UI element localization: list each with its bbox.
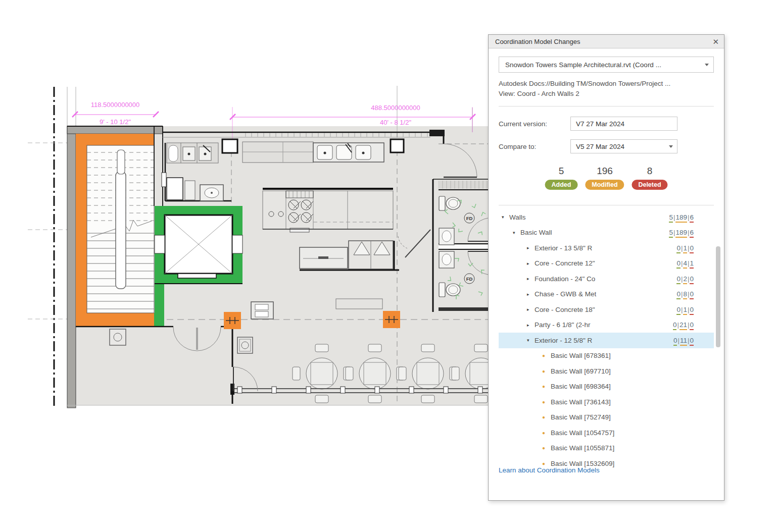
source-view: View: Coord - Arch Walls 2 [499, 89, 714, 99]
collapse-icon[interactable]: ▾ [513, 230, 520, 235]
deleted-stat: 8 Deleted [632, 166, 667, 190]
tree-item[interactable]: ▸Exterior - 13 5/8" R0|1|0 [499, 240, 714, 256]
element-label: Basic Wall [678361] [551, 352, 611, 359]
svg-text:9' - 10 1/2": 9' - 10 1/2" [100, 118, 131, 126]
element-list-item[interactable]: ●Basic Wall [1054757] [499, 425, 714, 441]
application-window: { "plan": { "dim1_top": "118.5000000000"… [0, 0, 776, 532]
svg-text:118.5000000000: 118.5000000000 [91, 101, 140, 109]
modified-dot-icon: ● [542, 445, 551, 451]
compare-to-dropdown[interactable]: V5 27 Mar 2024 [570, 139, 677, 153]
added-stat: 5 Added [545, 166, 578, 190]
coordination-model-changes-panel: Coordination Model Changes ✕ Snowdon Tow… [488, 34, 724, 501]
element-list-item[interactable]: ●Basic Wall [697710] [499, 363, 714, 379]
modified-dot-icon: ● [542, 399, 551, 405]
tree-item[interactable]: ▾Walls5|189|6 [499, 209, 714, 225]
modified-badge: Modified [585, 180, 624, 190]
expand-icon[interactable]: ▸ [527, 261, 535, 266]
column-2 [391, 139, 404, 152]
change-counts[interactable]: 0|2|0 [676, 275, 694, 283]
added-badge: Added [545, 180, 578, 190]
tree-item[interactable]: ▸Party - 6 1/8" (2-hr0|21|0 [499, 317, 714, 333]
chevron-down-icon [669, 145, 673, 148]
svg-text:40' - 8 1/2": 40' - 8 1/2" [380, 119, 411, 126]
divider [499, 106, 714, 107]
element-list-item[interactable]: ●Basic Wall [736143] [499, 394, 714, 410]
model-select-dropdown[interactable]: Snowdon Towers Sample Architectural.rvt … [499, 57, 714, 73]
column [222, 139, 237, 153]
chevron-down-icon [705, 64, 709, 66]
change-counts[interactable]: 0|21|0 [673, 321, 694, 329]
change-counts[interactable]: 0|4|1 [676, 259, 694, 267]
element-list-item[interactable]: ●Basic Wall [1055871] [499, 441, 714, 456]
tree-item-label: Core - Concrete 12" [535, 259, 595, 267]
tree-item-label: Core - Concrete 18" [535, 306, 595, 313]
change-counts[interactable]: 0|8|0 [676, 290, 694, 298]
modified-dot-icon: ● [542, 414, 551, 420]
element-list-item[interactable]: ●Basic Wall [752749] [499, 410, 714, 425]
tree-item-label: Exterior - 12 5/8" R [535, 337, 592, 344]
tree-item[interactable]: ▸Core - Concrete 12"0|4|1 [499, 256, 714, 272]
deleted-badge: Deleted [632, 180, 667, 190]
tree-item-label: Exterior - 13 5/8" R [535, 244, 592, 252]
element-label: Basic Wall [736143] [551, 398, 611, 406]
collapse-icon[interactable]: ▾ [502, 215, 509, 220]
kitchen-counter [243, 142, 384, 163]
change-counts[interactable]: 5|189|6 [669, 214, 694, 221]
modified-stat: 196 Modified [585, 166, 624, 190]
svg-text:FD: FD [466, 276, 473, 282]
dimension-118: 118.5000000000 9' - 10 1/2" [72, 101, 159, 126]
close-icon[interactable]: ✕ [712, 38, 719, 45]
expand-icon[interactable]: ▸ [527, 323, 535, 328]
tree-item[interactable]: ▸Core - Concrete 18"0|1|0 [499, 302, 714, 317]
change-counts[interactable]: 0|1|0 [676, 244, 694, 252]
change-counts[interactable]: 0|11|0 [673, 337, 694, 344]
current-version-field[interactable]: V7 27 Mar 2024 [570, 117, 677, 131]
element-label: Basic Wall [697710] [551, 367, 611, 375]
tree-item-label: Foundation - 24" Co [535, 275, 595, 283]
modified-dot-icon: ● [542, 368, 551, 374]
model-select-value: Snowdon Towers Sample Architectural.rvt … [505, 61, 661, 69]
element-list-item[interactable]: ●Basic Wall [678361] [499, 348, 714, 364]
elevator-shaft [155, 215, 243, 284]
panel-titlebar[interactable]: Coordination Model Changes ✕ [489, 35, 724, 48]
scrollbar[interactable] [716, 246, 720, 347]
svg-text:488.5000000000: 488.5000000000 [371, 104, 420, 112]
element-label: Basic Wall [1054757] [551, 429, 614, 437]
collapse-icon[interactable]: ▾ [527, 338, 535, 343]
change-stats: 5 Added 196 Modified 8 Deleted [499, 166, 714, 198]
current-version-value: V7 27 Mar 2024 [576, 120, 624, 128]
tree-item-label: Chase - GWB & Met [535, 290, 596, 298]
modified-dot-icon: ● [542, 353, 551, 358]
divider [499, 205, 714, 205]
modified-dot-icon: ● [542, 384, 551, 389]
kitchen-island [263, 189, 393, 232]
svg-text:FD: FD [466, 216, 473, 221]
element-label: Basic Wall [752749] [551, 413, 611, 421]
tree-item[interactable]: ▾Exterior - 12 5/8" R0|11|0 [499, 333, 714, 348]
tree-item[interactable]: ▸Chase - GWB & Met0|8|0 [499, 287, 714, 302]
element-label: Basic Wall [1055871] [551, 444, 614, 452]
compare-to-value: V5 27 Mar 2024 [576, 143, 624, 150]
model-source-info: Autodesk Docs://Building TM/Snowdon Towe… [499, 79, 714, 99]
change-counts[interactable]: 0|1|0 [676, 306, 694, 313]
deleted-count: 8 [632, 166, 667, 177]
tree-item-label: Walls [509, 214, 526, 221]
expand-icon[interactable]: ▸ [527, 245, 535, 250]
expand-icon[interactable]: ▸ [527, 292, 535, 297]
current-version-label: Current version: [499, 120, 570, 128]
added-count: 5 [545, 166, 578, 177]
tree-item[interactable]: ▸Foundation - 24" Co0|2|0 [499, 271, 714, 287]
compare-to-label: Compare to: [499, 143, 570, 150]
compare-to-row: Compare to: V5 27 Mar 2024 [499, 139, 714, 153]
expand-icon[interactable]: ▸ [527, 307, 535, 312]
changes-tree: ▾Walls5|189|6▾Basic Wall5|189|6▸Exterior… [499, 209, 714, 468]
expand-icon[interactable]: ▸ [527, 276, 535, 281]
source-path: Autodesk Docs://Building TM/Snowdon Towe… [499, 79, 714, 89]
element-list-item[interactable]: ●Basic Wall [698364] [499, 379, 714, 395]
tree-item-label: Basic Wall [520, 229, 552, 236]
tree-item[interactable]: ▾Basic Wall5|189|6 [499, 225, 714, 241]
current-version-row: Current version: V7 27 Mar 2024 [499, 117, 714, 131]
learn-link[interactable]: Learn about Coordination Models [499, 466, 600, 474]
panel-body: Snowdon Towers Sample Architectural.rvt … [489, 48, 724, 481]
change-counts[interactable]: 5|189|6 [669, 229, 694, 236]
